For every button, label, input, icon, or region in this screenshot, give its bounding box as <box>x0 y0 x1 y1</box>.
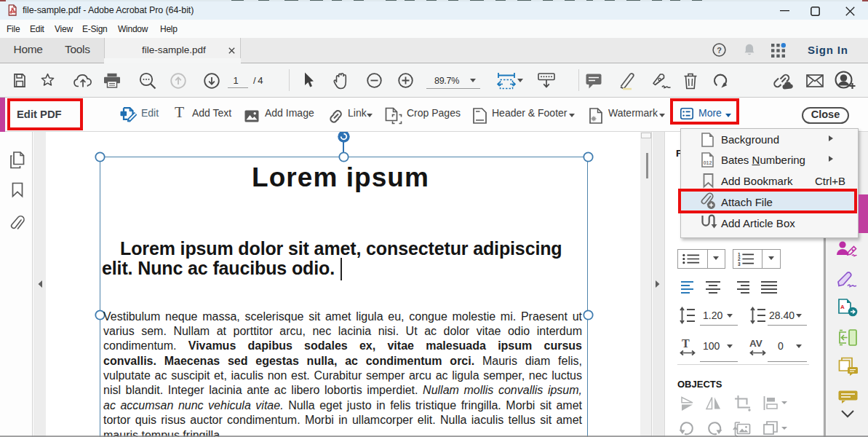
svg-text:AV: AV <box>749 338 763 349</box>
svg-text:3: 3 <box>738 261 741 267</box>
svg-text:012: 012 <box>704 160 712 165</box>
svg-text:?: ? <box>717 46 722 55</box>
svg-text:A: A <box>840 304 845 310</box>
svg-text:T: T <box>682 337 690 350</box>
